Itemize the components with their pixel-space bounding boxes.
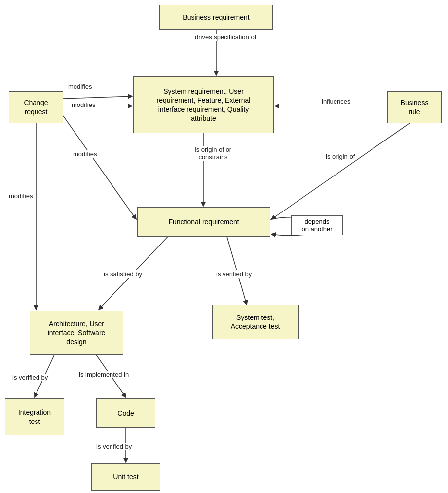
system-requirement-node: System requirement, Userrequirement, Fea… bbox=[133, 76, 274, 133]
svg-line-4 bbox=[63, 116, 136, 219]
is-verified-by3-label: is verified by bbox=[96, 443, 132, 450]
influences-label: influences bbox=[322, 98, 351, 105]
is-origin-of-label: is origin of bbox=[326, 153, 355, 160]
unit-test-node: Unit test bbox=[91, 463, 160, 491]
modifies3-label: modifies bbox=[73, 150, 97, 158]
integration-test-node: Integrationtest bbox=[5, 398, 64, 435]
modifies2-label: modifies bbox=[72, 101, 95, 108]
is-verified-by1-label: is verified by bbox=[216, 270, 252, 278]
functional-requirement-node: Functional requirement bbox=[137, 207, 270, 237]
system-test-node: System test,Acceptance test bbox=[212, 305, 299, 339]
is-origin-constrains-label: is origin of orconstrains bbox=[188, 146, 238, 161]
modifies4-label: modifies bbox=[9, 192, 33, 200]
svg-line-2 bbox=[63, 96, 132, 99]
code-node: Code bbox=[96, 398, 155, 428]
diagram-container: Business requirement Changerequest Syste… bbox=[0, 0, 448, 493]
svg-line-8 bbox=[271, 121, 413, 219]
change-request-node: Changerequest bbox=[9, 91, 63, 123]
depends-on-box: dependson another bbox=[291, 215, 343, 235]
is-satisfied-by-label: is satisfied by bbox=[104, 270, 142, 278]
architecture-node: Architecture, Userinterface, Softwaredes… bbox=[30, 311, 123, 355]
modifies1-label: modifies bbox=[68, 83, 92, 90]
drives-spec-label: drives specification of bbox=[195, 34, 256, 41]
is-implemented-in-label: is implemented in bbox=[79, 371, 129, 378]
arrows-svg bbox=[0, 0, 448, 493]
business-rule-node: Businessrule bbox=[387, 91, 442, 123]
business-requirement-node: Business requirement bbox=[159, 5, 273, 30]
is-verified-by2-label: is verified by bbox=[12, 374, 48, 381]
